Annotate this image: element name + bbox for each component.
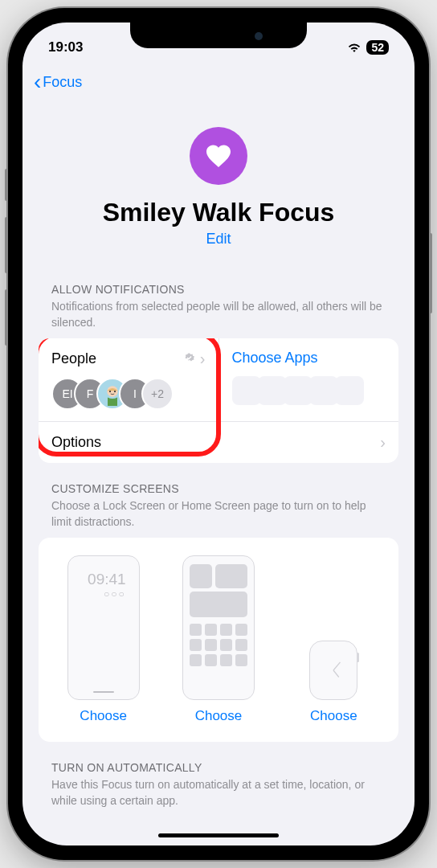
lock-dots: ○○○ <box>76 588 131 600</box>
lock-time: 09:41 <box>76 571 131 588</box>
avatar-more: +2 <box>141 378 174 410</box>
notch <box>130 23 307 48</box>
chevron-left-icon: ‹ <box>34 69 41 95</box>
svg-line-4 <box>333 670 339 678</box>
screen: 19:03 52 ‹ Focus Smiley Walk Focus Edit … <box>22 23 415 845</box>
avatar-stack: EI F I +2 <box>51 378 206 410</box>
options-label: Options <box>51 434 101 451</box>
choose-link[interactable]: Choose <box>195 708 243 724</box>
people-title: People <box>51 350 96 367</box>
lock-screen-option[interactable]: 09:41 ○○○ Choose <box>51 555 155 724</box>
wifi-icon <box>347 43 361 53</box>
home-screen-preview <box>182 555 255 700</box>
watch-preview <box>309 641 357 700</box>
battery-badge: 52 <box>366 40 389 55</box>
section-header: CUSTOMIZE SCREENS <box>39 482 398 498</box>
home-screen-option[interactable]: Choose <box>166 555 270 724</box>
power-button <box>429 233 432 313</box>
notifications-card: People › EI F I <box>39 338 398 463</box>
choose-link[interactable]: Choose <box>80 708 127 724</box>
volume-up <box>5 217 8 273</box>
verified-icon <box>182 352 197 366</box>
back-button[interactable]: ‹ Focus <box>34 69 82 95</box>
back-label: Focus <box>43 74 82 91</box>
chevron-right-icon: › <box>380 433 386 452</box>
svg-point-0 <box>107 386 118 397</box>
section-header: TURN ON AUTOMATICALLY <box>39 761 398 777</box>
home-indicator[interactable] <box>158 833 279 837</box>
page-title: Smiley Walk Focus <box>39 198 398 227</box>
app-placeholders <box>232 376 386 405</box>
heart-icon <box>190 127 247 185</box>
allow-notifications-section: ALLOW NOTIFICATIONS Notifications from s… <box>22 264 415 463</box>
apps-title: Choose Apps <box>232 350 318 366</box>
mute-switch <box>5 169 8 201</box>
chevron-right-icon: › <box>200 350 206 368</box>
choose-link[interactable]: Choose <box>310 708 357 724</box>
auto-section: TURN ON AUTOMATICALLY Have this Focus tu… <box>22 742 415 833</box>
volume-down <box>5 289 8 346</box>
nav-bar: ‹ Focus <box>22 61 415 95</box>
customize-screens-section: CUSTOMIZE SCREENS Choose a Lock Screen o… <box>22 463 415 742</box>
screens-card: 09:41 ○○○ Choose <box>39 538 398 742</box>
edit-button[interactable]: Edit <box>39 231 398 248</box>
svg-point-1 <box>109 391 111 392</box>
section-header: ALLOW NOTIFICATIONS <box>39 283 398 299</box>
section-desc: Notifications from selected people will … <box>39 299 398 338</box>
apps-cell[interactable]: Choose Apps <box>219 338 399 421</box>
lock-screen-preview: 09:41 ○○○ <box>67 555 140 700</box>
watch-option[interactable]: Choose <box>282 555 386 724</box>
people-cell[interactable]: People › EI F I <box>39 338 219 421</box>
status-right: 52 <box>347 40 389 55</box>
options-row[interactable]: Options › <box>39 421 398 463</box>
section-desc: Choose a Lock Screen or Home Screen page… <box>39 498 398 538</box>
phone-frame: 19:03 52 ‹ Focus Smiley Walk Focus Edit … <box>8 8 429 860</box>
hero-section: Smiley Walk Focus Edit <box>22 95 415 264</box>
svg-point-2 <box>114 391 116 392</box>
status-time: 19:03 <box>48 39 83 55</box>
section-desc: Have this Focus turn on automatically at… <box>39 777 398 817</box>
svg-line-3 <box>333 662 341 670</box>
